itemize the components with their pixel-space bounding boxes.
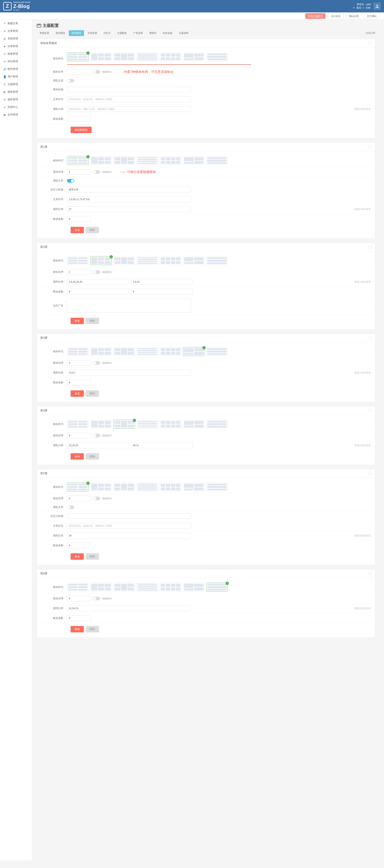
layout-option-4[interactable]: [160, 156, 181, 165]
layout-option-4[interactable]: [160, 347, 181, 356]
title-input[interactable]: [67, 87, 191, 92]
tab-home-modules[interactable]: 首页模块: [53, 30, 68, 36]
modify-button[interactable]: 修改: [71, 453, 84, 460]
collapse-icon[interactable]: ⌃: [368, 472, 372, 475]
layout-option-1[interactable]: [90, 420, 112, 429]
layout-option-6[interactable]: [206, 156, 228, 165]
layout-option-2[interactable]: [113, 483, 135, 492]
layout-option-2[interactable]: [113, 156, 135, 165]
tab-colors[interactable]: 主题配色: [114, 30, 130, 36]
sort-input[interactable]: [67, 69, 91, 75]
layout-option-2[interactable]: [113, 347, 135, 356]
sidebar-item-plugins[interactable]: ⊞插件管理: [0, 96, 32, 103]
sidebar-item-themes[interactable]: ☰主题管理: [0, 81, 32, 88]
sort-input[interactable]: [67, 169, 91, 175]
layout-option-2[interactable]: [113, 53, 135, 61]
hide-toggle[interactable]: [93, 270, 100, 274]
layout-option-4[interactable]: [160, 53, 181, 61]
layout-option-0[interactable]: [67, 583, 89, 592]
layout-option-4[interactable]: [160, 256, 181, 265]
tab-article[interactable]: 文章设置: [85, 30, 100, 36]
count-input[interactable]: [67, 380, 91, 385]
layout-option-5[interactable]: [183, 156, 205, 165]
tab-add-module[interactable]: 添加模块: [69, 30, 84, 36]
custom-title-input[interactable]: [67, 187, 191, 192]
delete-button[interactable]: 删除: [86, 553, 99, 560]
layout-option-5[interactable]: ✓: [183, 347, 205, 356]
sidebar-item-attachments[interactable]: 🔗附件管理: [0, 65, 32, 73]
layout-option-1[interactable]: [90, 53, 112, 61]
modify-button[interactable]: 修改: [71, 626, 84, 632]
hide-toggle[interactable]: [93, 70, 100, 74]
layout-option-3[interactable]: [137, 483, 158, 492]
cat-hint[interactable]: 查看分类对应ID: [354, 607, 371, 610]
collapse-icon[interactable]: ⌃: [368, 145, 372, 149]
layout-option-6[interactable]: [206, 53, 228, 61]
delete-button[interactable]: 删除: [86, 453, 99, 460]
layout-option-1[interactable]: ✓: [90, 256, 112, 265]
hide-toggle[interactable]: [93, 597, 100, 600]
category-input-1[interactable]: [67, 279, 129, 285]
cat-hint[interactable]: 查看分类对应ID: [354, 444, 371, 447]
tab-login[interactable]: 登陆页: [146, 30, 159, 36]
article-id-input[interactable]: [67, 196, 191, 202]
topnav-btn[interactable]: 后台首页: [328, 13, 344, 19]
layout-option-3[interactable]: [137, 420, 158, 429]
layout-option-0[interactable]: [67, 347, 89, 356]
topnav-btn[interactable]: 网站设置: [346, 13, 361, 19]
delete-button[interactable]: 删除: [86, 227, 99, 233]
layout-option-0[interactable]: ✓: [67, 483, 89, 492]
layout-option-3[interactable]: [137, 583, 158, 592]
hide-toggle[interactable]: [93, 434, 100, 437]
layout-option-4[interactable]: [160, 483, 181, 492]
topnav-btn[interactable]: 优美主题配置: [305, 13, 325, 19]
sidebar-item-pages[interactable]: ▤页面管理: [0, 35, 32, 42]
category-input-2[interactable]: [131, 279, 193, 285]
layout-option-2[interactable]: ✓: [113, 420, 135, 429]
layout-option-5[interactable]: [183, 483, 205, 492]
sort-input[interactable]: [67, 269, 91, 275]
layout-option-6[interactable]: [206, 420, 228, 429]
sidebar-item-users[interactable]: 👤用户管理: [0, 73, 32, 81]
delete-button[interactable]: 删除: [86, 318, 99, 324]
count-input[interactable]: [67, 543, 91, 548]
modify-button[interactable]: 修改: [71, 318, 84, 324]
logo[interactable]: Z Rainbowsoft Studio Z-Blog for PHP: [3, 1, 30, 11]
layout-option-1[interactable]: [90, 583, 112, 592]
layout-option-6[interactable]: [206, 347, 228, 356]
sort-input[interactable]: [67, 596, 91, 601]
category-input[interactable]: [67, 106, 191, 112]
category-input-2[interactable]: [131, 443, 193, 448]
hide-toggle[interactable]: [93, 497, 100, 500]
official-site-link[interactable]: 优美官网: [365, 31, 375, 35]
collapse-icon[interactable]: ⌃: [368, 572, 372, 575]
cat-hint[interactable]: 查看分类对应ID: [354, 107, 371, 111]
layout-option-3[interactable]: [137, 347, 158, 356]
modify-button[interactable]: 修改: [71, 390, 84, 397]
count-input[interactable]: [67, 615, 91, 621]
collapse-icon[interactable]: ⌃: [368, 336, 372, 340]
sidebar-item-modules[interactable]: ◧模块管理: [0, 88, 32, 96]
article-id-input[interactable]: [67, 96, 191, 102]
topnav-btn[interactable]: 官方网站: [364, 13, 380, 19]
layout-option-2[interactable]: [113, 256, 135, 265]
layout-option-4[interactable]: [160, 583, 181, 592]
count-input[interactable]: [67, 216, 91, 222]
category-input[interactable]: [67, 606, 191, 611]
transfer-toggle[interactable]: [67, 505, 74, 509]
category-input-1[interactable]: [67, 443, 129, 448]
layout-option-6[interactable]: ✓: [206, 583, 228, 592]
layout-option-6[interactable]: [206, 483, 228, 492]
delete-button[interactable]: 删除: [86, 390, 99, 397]
sidebar-item-posts[interactable]: ≣文章管理: [0, 27, 32, 35]
cat-hint[interactable]: 查看分类对应ID: [354, 371, 371, 375]
sidebar-item-new-post[interactable]: ✎新建文章: [0, 20, 32, 27]
count-input[interactable]: [67, 116, 91, 122]
layout-option-0[interactable]: [67, 256, 89, 265]
side-ad-textarea[interactable]: [67, 299, 191, 313]
sidebar-item-files[interactable]: ▣文件管理: [0, 111, 32, 119]
layout-option-3[interactable]: [137, 256, 158, 265]
layout-option-0[interactable]: ✓: [67, 53, 89, 61]
modify-button[interactable]: 修改: [71, 227, 84, 233]
modify-button[interactable]: 修改: [71, 553, 84, 560]
